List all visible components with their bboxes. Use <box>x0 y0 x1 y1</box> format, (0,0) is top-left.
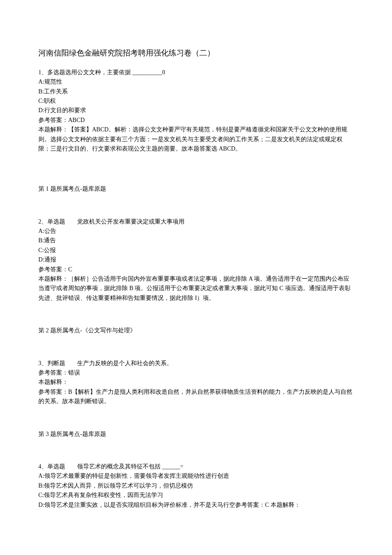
topic-line: 第 2 题所属考点-《公文写作与处理》 <box>38 326 354 335</box>
spacer <box>38 439 354 462</box>
topic-line: 第 3 题所属考点-题库原题 <box>38 430 354 439</box>
option-a: A:公告 <box>38 227 354 236</box>
explanation-label: 本题解释： <box>38 378 354 387</box>
option-b: B:通告 <box>38 236 354 245</box>
option-d: D:领导艺术是注重实效，以是否实现组织目标为评价标准，并不是天马行空参考答案：C… <box>38 500 354 510</box>
option-c: C:职权 <box>38 96 354 106</box>
spacer <box>38 161 354 184</box>
question-header: 1、多选题选用公文文种，主要依据 __________0 <box>38 68 354 77</box>
question-block: 2、单选题 党政机关公开发布重要决定或重大事项用 A:公告 B:通告 C:公报 … <box>38 217 354 303</box>
option-c: C:领导艺术具有复杂性和权变性，因而无法学习 <box>38 491 354 500</box>
option-b: B:领导艺术因人而异，所以领导艺术可以学习，但切忌模仿 <box>38 481 354 491</box>
option-d: D:行文目的和要求 <box>38 106 354 115</box>
explanation-text: 参考答案：B【解析】生产力是指人类利用和改造自然，并从自然界获得物质生活资料的能… <box>38 387 354 407</box>
explanation-text: 本题解释：【答案】ABCD。解析：选择公文文种要严守有关规范，特别是要严格遵循党… <box>38 125 354 154</box>
document-title: 河南信阳绿色金融研究院招考聘用强化练习卷（二） <box>38 47 354 59</box>
question-header: 3、判断题 生产力反映的是个人和社会的关系。 <box>38 359 354 368</box>
topic-line: 第 1 题所属考点-题库原题 <box>38 184 354 194</box>
question-header: 4、单选题 领导艺术的概念及其特征不包括 ______= <box>38 462 354 471</box>
question-block: 4、单选题 领导艺术的概念及其特征不包括 ______= A:领导艺术最重要的特… <box>38 462 354 510</box>
option-a: A:领导艺术最重要的特征是创新性，需要领导者发挥主观能动性进行创造 <box>38 471 354 481</box>
document-page: 河南信阳绿色金融研究院招考聘用强化练习卷（二） 1、多选题选用公文文种，主要依据… <box>0 0 392 555</box>
spacer <box>38 311 354 326</box>
option-d: D:通报 <box>38 255 354 264</box>
spacer <box>38 336 354 359</box>
option-c: C:公报 <box>38 246 354 255</box>
answer-line: 参考答案：错误 <box>38 368 354 378</box>
option-b: B:工作关系 <box>38 87 354 96</box>
answer-line: 参考答案：C <box>38 265 354 274</box>
spacer <box>38 194 354 217</box>
explanation-text: 本题解释：［解析］公告适用于向国内外宣布重要事项或者法定事项，据此排除 A 项。… <box>38 274 354 303</box>
spacer <box>38 414 354 430</box>
question-block: 3、判断题 生产力反映的是个人和社会的关系。 参考答案：错误 本题解释： 参考答… <box>38 359 354 407</box>
answer-line: 参考答案：ABCD <box>38 116 354 125</box>
option-a: A:规范性 <box>38 77 354 87</box>
question-header: 2、单选题 党政机关公开发布重要决定或重大事项用 <box>38 217 354 227</box>
question-block: 1、多选题选用公文文种，主要依据 __________0 A:规范性 B:工作关… <box>38 68 354 154</box>
